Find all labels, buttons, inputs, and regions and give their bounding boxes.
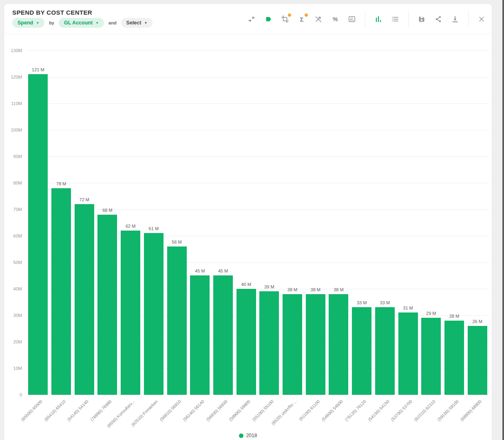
bar-value-label: 78 M	[56, 181, 66, 186]
gridline	[27, 51, 489, 51]
bar[interactable]	[468, 326, 487, 395]
bar-value-label: 38 M	[287, 287, 297, 292]
bar-value-label: 38 M	[334, 287, 343, 292]
crop-icon	[281, 15, 289, 23]
y-tick-label: 60M	[13, 233, 22, 238]
chart-header: SPEND BY COST CENTER Spend ▼ by GL Accou…	[4, 4, 492, 34]
secondary-dimension-dropdown[interactable]: Select ▼	[121, 18, 153, 28]
y-tick-label: 70M	[13, 207, 22, 212]
and-text: and	[108, 20, 117, 25]
tag-icon	[264, 15, 272, 23]
toolbar-divider	[468, 11, 469, 28]
bar-value-label: 26 M	[472, 319, 482, 324]
bar-value-label: 68 M	[102, 208, 112, 213]
bar[interactable]	[444, 321, 464, 395]
bar[interactable]	[306, 294, 325, 395]
bar[interactable]	[190, 275, 210, 395]
close-button[interactable]	[477, 15, 486, 24]
query-builder: Spend ▼ by GL Account ▼ and Select ▼	[12, 18, 153, 28]
bar[interactable]	[167, 246, 187, 395]
gridline	[27, 130, 489, 130]
notification-badge	[288, 13, 291, 17]
bar-value-label: 33 M	[357, 300, 367, 305]
save-button[interactable]	[417, 15, 426, 24]
gridline	[27, 395, 489, 395]
gridline	[27, 236, 489, 236]
bar[interactable]	[28, 74, 48, 395]
bar[interactable]	[97, 215, 117, 395]
gridline	[27, 183, 489, 183]
bar[interactable]	[352, 307, 371, 395]
bar-value-label: 62 M	[126, 224, 135, 229]
legend-item-2018[interactable]: 2018	[246, 433, 257, 438]
bar[interactable]	[51, 188, 71, 395]
y-tick-label: 0	[20, 392, 22, 397]
x-tick-label: (56930) 56930	[205, 399, 228, 422]
y-tick-label: 100M	[11, 128, 22, 132]
crop-button[interactable]	[281, 15, 290, 24]
bar-value-label: 33 M	[380, 300, 390, 305]
bar-value-label: 38 M	[311, 287, 321, 292]
gridline	[27, 262, 489, 263]
scrollbar[interactable]	[502, 0, 504, 440]
chart-settings-icon	[348, 15, 356, 23]
bar[interactable]	[237, 289, 256, 395]
share-button[interactable]	[434, 15, 443, 24]
bar[interactable]	[283, 294, 302, 395]
x-tick-label: (68900) 68900	[459, 399, 482, 422]
collapse-arrows-button[interactable]	[247, 15, 256, 24]
gridline	[27, 209, 489, 210]
legend: 2018	[4, 433, 492, 438]
y-tick-label: 110M	[11, 101, 22, 106]
x-tick-label: (56140) 56140	[182, 399, 205, 422]
y-tick-label: 10M	[13, 366, 22, 371]
bar[interactable]	[259, 291, 279, 395]
dimension-dropdown-label: GL Account	[64, 20, 93, 26]
percent-icon: %	[333, 16, 338, 22]
bar-chart-icon	[374, 15, 382, 23]
collapse-arrows-icon	[248, 15, 256, 23]
y-tick-label: 130M	[11, 48, 22, 53]
x-tick-label: (65410) 65410	[43, 399, 66, 422]
chart-settings-button[interactable]	[347, 15, 356, 24]
gridline	[27, 156, 489, 157]
sigma-button[interactable]: Σ	[297, 15, 306, 24]
bar-chart-view-button[interactable]	[374, 15, 383, 24]
gridline	[27, 315, 489, 316]
bar[interactable]	[329, 294, 348, 395]
toolbar: Σ %	[247, 4, 486, 34]
x-tick-label: (65500) 65500	[20, 399, 43, 422]
x-tick-label: (59100) 59100	[436, 399, 460, 422]
bar[interactable]	[121, 231, 140, 395]
tag-button[interactable]	[264, 15, 273, 24]
chevron-down-icon: ▼	[95, 22, 99, 25]
save-icon	[418, 15, 426, 23]
gridline	[27, 342, 489, 342]
dimension-dropdown[interactable]: GL Account ▼	[59, 18, 104, 28]
notification-badge	[305, 13, 308, 17]
y-tick-label: 50M	[13, 260, 22, 265]
gridline	[27, 103, 489, 104]
plot-area: 121 M78 M72 M68 M62 M61 M56 M45 M45 M40 …	[27, 51, 489, 395]
bar[interactable]	[213, 275, 233, 395]
y-tick-label: 80M	[13, 180, 22, 185]
chart-card: SPEND BY COST CENTER Spend ▼ by GL Accou…	[4, 4, 492, 440]
bar[interactable]	[144, 233, 164, 395]
bar-value-label: 31 M	[403, 306, 413, 310]
chevron-down-icon: ▼	[144, 22, 147, 25]
bar[interactable]	[75, 204, 94, 395]
bar[interactable]	[398, 312, 418, 395]
x-tick-label: (76990) 76990	[89, 399, 113, 422]
bar[interactable]	[421, 318, 441, 395]
toolbar-divider	[408, 11, 409, 28]
percent-button[interactable]: %	[331, 15, 340, 24]
bar[interactable]	[375, 307, 395, 395]
download-button[interactable]	[451, 15, 460, 24]
x-tick-label: (54150) 54150	[367, 399, 390, 422]
no-trendline-button[interactable]	[314, 15, 323, 24]
x-tick-label: (61100) 61100	[298, 399, 321, 422]
legend-swatch[interactable]	[239, 433, 243, 438]
measure-dropdown[interactable]: Spend ▼	[12, 18, 44, 28]
x-tick-label: (56910) 56910	[159, 399, 182, 422]
list-view-button[interactable]	[391, 15, 400, 24]
